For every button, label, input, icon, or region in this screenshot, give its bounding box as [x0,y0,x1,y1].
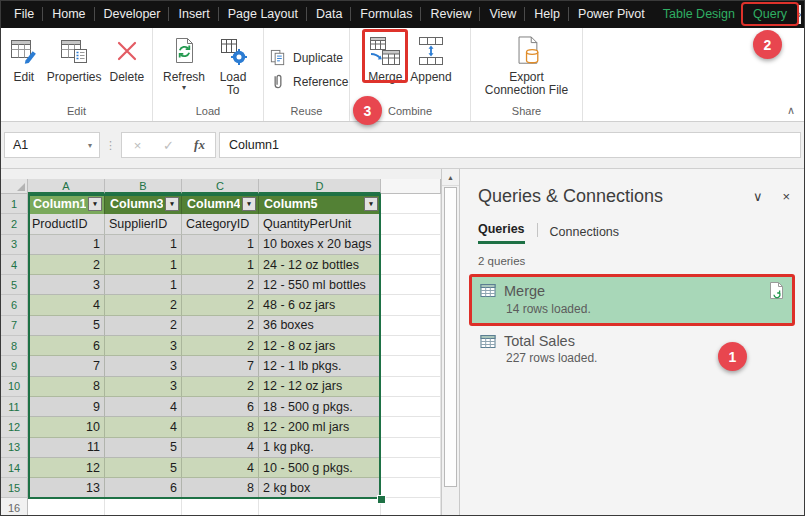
grid-cell[interactable] [381,316,441,336]
grid-cell[interactable] [381,255,441,275]
selection-fill-handle[interactable] [377,495,386,504]
grid-cell[interactable] [381,397,441,417]
grid-cell[interactable]: 12 - 550 ml bottles [259,275,381,295]
tab-queries[interactable]: Queries [478,222,525,244]
column-header-B[interactable]: B [105,179,182,194]
table-header-cell[interactable]: Column3▾ [105,194,182,214]
tab-insert[interactable]: Insert [169,1,218,28]
grid-cell[interactable] [381,417,441,437]
grid-cell[interactable]: 1 [182,255,259,275]
grid-cell[interactable]: 4 [105,397,182,417]
filter-dropdown-icon[interactable]: ▾ [242,197,256,211]
grid-cell[interactable] [259,498,381,516]
grid-cell[interactable]: 18 - 500 g pkgs. [259,397,381,417]
grid-cell[interactable]: 12 - 12 oz jars [259,377,381,397]
grid-cell[interactable]: 9 [28,397,105,417]
grid-cell[interactable]: 5 [105,438,182,458]
grid-cell[interactable] [28,498,105,516]
tab-view[interactable]: View [480,1,525,28]
cancel-icon[interactable]: × [122,138,153,153]
grid-cell[interactable]: SupplierID [105,214,182,234]
grid-cell[interactable]: 13 [28,478,105,498]
grid-cell[interactable]: 3 [105,377,182,397]
tab-power-pivot[interactable]: Power Pivot [569,1,654,28]
column-header-partial[interactable] [381,179,441,194]
enter-check-icon[interactable]: ✓ [153,138,184,153]
grid-cell[interactable]: 6 [28,336,105,356]
tab-help[interactable]: Help [525,1,569,28]
grid-cell[interactable]: 48 - 6 oz jars [259,295,381,315]
grid-cell[interactable]: 7 [28,356,105,376]
row-header-5[interactable]: 5 [1,275,28,295]
row-header-15[interactable]: 15 [1,478,28,498]
grid-cell[interactable] [381,275,441,295]
grid-cell[interactable]: 2 [105,295,182,315]
chevron-down-icon[interactable]: ▾ [182,84,186,92]
grid-cell[interactable]: 3 [105,336,182,356]
grid-cell[interactable]: ProductID [28,214,105,234]
grid-cell[interactable] [381,336,441,356]
row-header-9[interactable]: 9 [1,356,28,376]
grid-cell[interactable]: 1 [105,235,182,255]
grid-cell[interactable]: 4 [182,438,259,458]
grid-cell[interactable] [381,458,441,478]
table-header-cell[interactable]: Column1▾ [28,194,105,214]
grid-cell[interactable] [381,194,441,214]
properties-button[interactable]: Properties [44,31,105,85]
insert-function-icon[interactable]: fx [184,137,215,153]
column-header-D[interactable]: D [259,179,381,194]
tab-formulas[interactable]: Formulas [351,1,421,28]
row-header-3[interactable]: 3 [1,235,28,255]
grid-cell[interactable]: 2 [182,295,259,315]
duplicate-button[interactable]: Duplicate [264,48,343,68]
table-header-cell[interactable]: Column5▾ [259,194,381,214]
grid-cell[interactable]: 36 boxes [259,316,381,336]
grid-cell[interactable] [381,377,441,397]
tab-data[interactable]: Data [307,1,351,28]
query-item-merge[interactable]: Merge 14 rows loaded. [469,274,795,326]
grid-cell[interactable]: 12 [28,458,105,478]
grid-cell[interactable]: 1 [105,275,182,295]
grid-cell[interactable]: 11 [28,438,105,458]
tab-page-layout[interactable]: Page Layout [219,1,307,28]
grid-cell[interactable]: 8 [182,417,259,437]
tab-review[interactable]: Review [421,1,480,28]
row-header-16[interactable]: 16 [1,498,28,516]
grid-cell[interactable]: 2 [182,336,259,356]
row-header-4[interactable]: 4 [1,255,28,275]
row-header-7[interactable]: 7 [1,316,28,336]
merge-button[interactable]: Merge [365,31,405,85]
grid-cell[interactable]: CategoryID [182,214,259,234]
grid-cell[interactable]: 24 - 12 oz bottles [259,255,381,275]
tab-overflow-chevron-icon[interactable]: › [798,5,801,24]
grid-cell[interactable] [381,356,441,376]
ribbon-collapse-icon[interactable]: ∧ [787,104,795,117]
row-header-8[interactable]: 8 [1,336,28,356]
grid-cell[interactable]: 4 [28,295,105,315]
row-header-1[interactable]: 1 [1,194,28,214]
name-box[interactable]: A1 ▾ [4,132,100,158]
grid-cell[interactable]: 3 [105,356,182,376]
grid-cell[interactable] [381,438,441,458]
refresh-button[interactable]: Refresh ▾ [160,31,208,93]
grid-cell[interactable]: 7 [182,356,259,376]
grid-cell[interactable]: 2 [182,377,259,397]
scrollbar-thumb[interactable] [444,187,457,487]
grid-cell[interactable] [105,498,182,516]
table-header-cell[interactable]: Column4▾ [182,194,259,214]
tab-file[interactable]: File [5,1,43,28]
row-header-11[interactable]: 11 [1,397,28,417]
row-header-2[interactable]: 2 [1,214,28,234]
grid-cell[interactable]: 1 [28,235,105,255]
grid-cell[interactable]: 2 [182,316,259,336]
filter-dropdown-icon[interactable]: ▾ [165,197,179,211]
grid-cell[interactable]: 1 [105,255,182,275]
grid-cell[interactable]: 12 - 1 lb pkgs. [259,356,381,376]
name-box-dropdown-icon[interactable]: ▾ [81,141,99,150]
grid-cell[interactable]: 1 [182,235,259,255]
grid-cell[interactable]: 6 [182,397,259,417]
grid-cell[interactable]: 3 [28,275,105,295]
column-header-A[interactable]: A [28,179,105,194]
load-to-button[interactable]: Load To [210,31,256,98]
chevron-down-icon[interactable]: ∨ [753,189,763,204]
